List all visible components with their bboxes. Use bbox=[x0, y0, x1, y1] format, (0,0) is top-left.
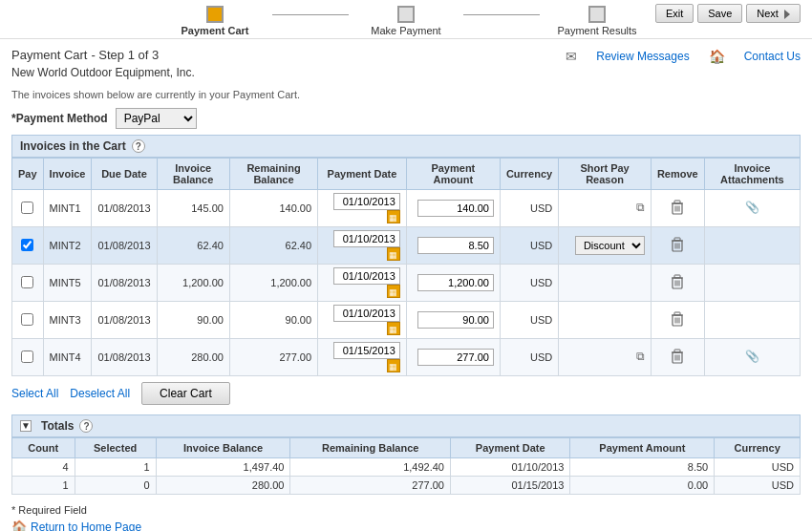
payment-amount-cell-1 bbox=[406, 190, 500, 227]
payment-date-input-4[interactable] bbox=[333, 305, 400, 322]
invoices-help-icon[interactable]: ? bbox=[132, 139, 145, 153]
trash-icon-3[interactable] bbox=[671, 274, 684, 289]
invoices-section-label: Invoices in the Cart bbox=[20, 139, 126, 153]
totals-help-icon[interactable]: ? bbox=[79, 419, 93, 433]
totals-section-header: ▼ Totals ? bbox=[11, 414, 801, 437]
return-home-link[interactable]: Return to Home Page bbox=[31, 520, 141, 532]
payment-date-input-5[interactable] bbox=[333, 342, 400, 359]
invoice-balance-cell-4: 90.00 bbox=[157, 302, 229, 339]
trash-icon-2[interactable] bbox=[671, 237, 684, 252]
remove-cell-3 bbox=[651, 265, 704, 302]
trash-icon-5[interactable] bbox=[671, 349, 684, 364]
calendar-icon-3[interactable]: ▦ bbox=[387, 285, 400, 298]
step-box-2 bbox=[397, 6, 415, 23]
remaining-balance-cell-3: 1,200.00 bbox=[229, 265, 317, 302]
top-links: ✉ Review Messages 🏠 Contact Us bbox=[566, 49, 801, 64]
col-payment-amount: Payment Amount bbox=[406, 159, 500, 190]
trash-icon-4[interactable] bbox=[671, 311, 684, 327]
payment-amount-cell-4 bbox=[406, 302, 500, 339]
due-date-cell-1: 01/08/2013 bbox=[92, 190, 157, 227]
next-button-top[interactable]: Next bbox=[746, 4, 801, 23]
calendar-icon-2[interactable]: ▦ bbox=[387, 247, 400, 261]
short-pay-select-2[interactable]: Discount bbox=[575, 236, 645, 255]
payment-date-input-3[interactable] bbox=[333, 267, 400, 285]
col-currency: Currency bbox=[500, 159, 558, 190]
pay-checkbox-4[interactable] bbox=[21, 313, 33, 326]
attachment-cell-4 bbox=[704, 302, 800, 339]
pay-checkbox-3[interactable] bbox=[21, 276, 33, 288]
payment-date-input-2[interactable] bbox=[333, 230, 400, 247]
copy-icon-1[interactable]: ⧉ bbox=[630, 201, 645, 216]
totals-col-currency: Currency bbox=[715, 438, 801, 458]
totals-row: 1 0 280.00 277.00 01/15/2013 0.00 USD bbox=[12, 477, 801, 495]
svg-rect-8 bbox=[674, 238, 680, 241]
totals-payment-date-2: 01/15/2013 bbox=[450, 477, 570, 495]
totals-invoice-balance-1: 1,497.40 bbox=[156, 458, 290, 477]
totals-payment-date-1: 01/10/2013 bbox=[450, 458, 570, 477]
payment-amount-input-2[interactable] bbox=[417, 237, 494, 254]
table-row: MINT1 01/08/2013 145.00 140.00 ▦ USD ⧉ bbox=[12, 190, 801, 227]
collapse-totals-icon[interactable]: ▼ bbox=[20, 420, 32, 432]
pay-cell-2 bbox=[12, 227, 44, 265]
totals-col-invoice-balance: Invoice Balance bbox=[156, 438, 290, 458]
invoice-cell-5: MINT4 bbox=[43, 339, 92, 376]
contact-us-link[interactable]: Contact Us bbox=[744, 50, 801, 63]
payment-date-input-1[interactable] bbox=[333, 193, 400, 210]
select-all-link[interactable]: Select All bbox=[11, 387, 58, 400]
totals-col-selected: Selected bbox=[75, 438, 156, 458]
table-row: MINT3 01/08/2013 90.00 90.00 ▦ USD bbox=[12, 302, 801, 339]
invoice-cell-2: MINT2 bbox=[43, 227, 92, 265]
totals-payment-amount-2: 0.00 bbox=[570, 477, 715, 495]
pay-checkbox-5[interactable] bbox=[21, 350, 33, 363]
currency-cell-4: USD bbox=[500, 302, 558, 339]
payment-amount-input-4[interactable] bbox=[417, 311, 494, 329]
payment-amount-cell-3 bbox=[406, 265, 500, 302]
totals-invoice-balance-2: 280.00 bbox=[156, 477, 290, 495]
wizard-step-make-payment[interactable]: Make Payment bbox=[349, 6, 463, 36]
col-short-pay-reason: Short Pay Reason bbox=[559, 159, 652, 190]
attachment-cell-1: 📎 bbox=[704, 190, 800, 227]
attachment-icon-1[interactable]: 📎 bbox=[744, 201, 759, 216]
invoice-balance-cell-2: 62.40 bbox=[157, 227, 229, 265]
copy-icon-5[interactable]: ⧉ bbox=[630, 350, 645, 365]
calendar-icon-1[interactable]: ▦ bbox=[387, 210, 400, 223]
attachment-cell-3 bbox=[704, 265, 800, 302]
totals-row: 4 1 1,497.40 1,492.40 01/10/2013 8.50 US… bbox=[12, 458, 801, 477]
clear-cart-button[interactable]: Clear Cart bbox=[141, 382, 230, 405]
invoice-cell-3: MINT5 bbox=[43, 265, 92, 302]
page-content: Payment Cart - Step 1 of 3 ✉ Review Mess… bbox=[0, 39, 812, 531]
invoice-balance-cell-1: 145.00 bbox=[157, 190, 229, 227]
wizard-step-payment-cart[interactable]: Payment Cart bbox=[158, 6, 272, 36]
currency-cell-3: USD bbox=[500, 265, 558, 302]
attachment-icon-5[interactable]: 📎 bbox=[744, 350, 759, 365]
pay-checkbox-1[interactable] bbox=[21, 202, 33, 214]
payment-date-cell-1: ▦ bbox=[318, 190, 407, 227]
home-icon: 🏠 bbox=[11, 520, 27, 531]
pay-checkbox-2[interactable] bbox=[21, 239, 33, 251]
wizard-step-payment-results[interactable]: Payment Results bbox=[540, 6, 654, 36]
info-text: The invoices shown below are currently i… bbox=[11, 89, 801, 100]
deselect-all-link[interactable]: Deselect All bbox=[70, 387, 130, 400]
trash-icon-1[interactable] bbox=[671, 200, 684, 215]
payment-amount-input-1[interactable] bbox=[417, 200, 494, 217]
col-invoice: Invoice bbox=[43, 159, 92, 190]
review-messages-link[interactable]: Review Messages bbox=[596, 50, 689, 63]
save-button-top[interactable]: Save bbox=[697, 4, 742, 23]
invoices-section-header: Invoices in the Cart ? bbox=[11, 135, 801, 158]
review-messages-icon: ✉ bbox=[566, 49, 577, 64]
col-invoice-balance: Invoice Balance bbox=[157, 159, 229, 190]
payment-amount-input-3[interactable] bbox=[417, 274, 494, 291]
step-box-3 bbox=[588, 6, 606, 23]
attachment-cell-5: 📎 bbox=[704, 339, 800, 376]
calendar-icon-5[interactable]: ▦ bbox=[387, 359, 400, 372]
due-date-cell-3: 01/08/2013 bbox=[92, 265, 157, 302]
calendar-icon-4[interactable]: ▦ bbox=[387, 322, 400, 335]
exit-button-top[interactable]: Exit bbox=[655, 4, 694, 23]
svg-rect-20 bbox=[674, 312, 680, 315]
short-pay-cell-2: Discount bbox=[559, 227, 652, 265]
step-label-2: Make Payment bbox=[371, 25, 440, 36]
payment-method-select[interactable]: PayPal bbox=[116, 108, 197, 129]
payment-amount-input-5[interactable] bbox=[417, 349, 494, 366]
payment-method-label: *Payment Method bbox=[11, 112, 108, 125]
pay-cell-4 bbox=[12, 302, 44, 339]
